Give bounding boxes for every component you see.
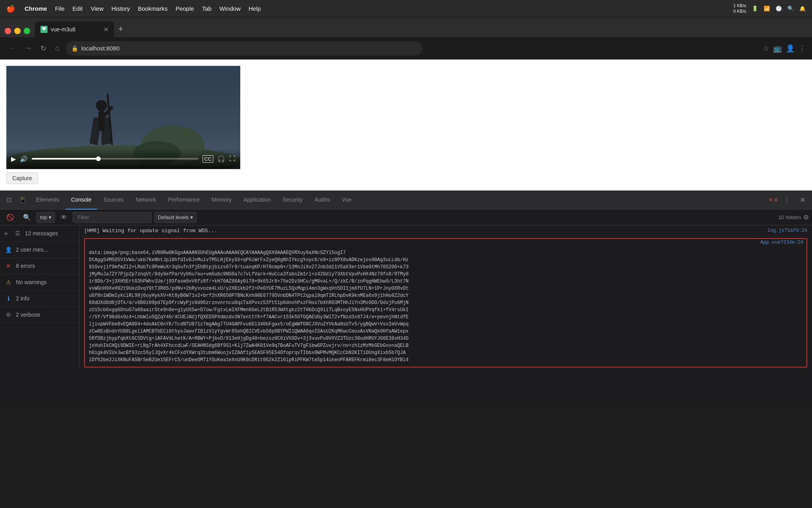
video-section: ▶ 🔊 CC 🎧 ⛶ Capture [0, 60, 812, 190]
data-block-source-line: App.vue?234e:24 [85, 239, 806, 246]
devtools-header: ⊡ 📱 Elements Console Sources Network Per… [0, 190, 812, 210]
edit-menu[interactable]: Edit [73, 5, 83, 12]
tab-elements[interactable]: Elements [31, 190, 65, 210]
tab-sources[interactable]: Sources [98, 190, 129, 210]
tab-performance[interactable]: Performance [162, 190, 205, 210]
capture-button[interactable]: Capture [6, 172, 38, 184]
console-filter-toggle[interactable]: 🔍 [20, 211, 34, 223]
sidebar-item-warnings[interactable]: ⚠ No warnings [0, 274, 79, 291]
console-messages-area[interactable]: [HMR] Waiting for update signal from WDS… [79, 225, 812, 369]
context-value: top [40, 214, 47, 220]
data-source-link[interactable]: App.vue?234e:24 [760, 240, 803, 245]
history-menu[interactable]: History [111, 5, 130, 12]
chrome-menu[interactable]: Chrome [25, 5, 47, 12]
settings-btn[interactable]: ⚙ [803, 214, 809, 221]
clock-icon: 🕐 [776, 6, 782, 12]
security-icon: 🔒 [71, 45, 78, 52]
tab-vue[interactable]: Vue [336, 190, 357, 210]
hmr-message-source[interactable]: log.js?1afd:24 [767, 228, 807, 233]
close-window-btn[interactable] [5, 28, 11, 34]
context-selector[interactable]: top ▾ [36, 212, 55, 223]
bookmarks-menu[interactable]: Bookmarks [138, 5, 168, 12]
levels-dropdown-icon: ▾ [190, 214, 193, 220]
back-btn[interactable]: ← [6, 42, 18, 55]
devtools-more-btn[interactable]: ⋮ [781, 194, 793, 206]
tab-audits[interactable]: Audits [309, 190, 335, 210]
tab-close-btn[interactable]: ✕ [103, 26, 109, 33]
tab-network[interactable]: Network [130, 190, 161, 210]
forward-btn[interactable]: → [22, 42, 34, 55]
home-btn[interactable]: ⌂ [53, 42, 62, 55]
tab-application[interactable]: Application [238, 190, 276, 210]
progress-bar[interactable] [32, 158, 199, 160]
devtools-inspect-btn[interactable]: ⊡ [3, 194, 15, 206]
tab-menu[interactable]: Tab [202, 5, 211, 12]
devtools-right-controls: ✕ 8 ⋮ ✕ [769, 194, 809, 206]
headphones-btn[interactable]: 🎧 [217, 155, 225, 163]
devtools-close-btn[interactable]: ✕ [797, 194, 809, 206]
search-menubar-icon[interactable]: 🔍 [787, 6, 794, 12]
view-menu[interactable]: View [91, 5, 103, 12]
tab-memory[interactable]: Memory [206, 190, 237, 210]
play-btn[interactable]: ▶ [11, 155, 16, 163]
sidebar-item-info[interactable]: ℹ 2 info [0, 291, 79, 307]
video-player[interactable]: ▶ 🔊 CC 🎧 ⛶ [6, 66, 240, 169]
network-speed: 1 KB/s 0 KB/s [733, 3, 746, 13]
eye-btn[interactable]: 👁 [57, 212, 70, 223]
progress-fill [32, 158, 98, 160]
new-tab-btn[interactable]: + [114, 24, 127, 37]
bookmark-btn[interactable]: ☆ [763, 44, 769, 53]
file-menu[interactable]: File [55, 5, 65, 12]
devtools-device-btn[interactable]: 📱 [15, 194, 30, 206]
reload-btn[interactable]: ↻ [38, 42, 49, 55]
warning-icon: ⚠ [5, 279, 12, 285]
sidebar-item-verbose[interactable]: ⚙ 2 verbose [0, 307, 79, 323]
sidebar-item-errors[interactable]: ✕ 8 errors [0, 258, 79, 274]
sidebar-item-user-messages[interactable]: 👤 2 user mes... [0, 242, 79, 258]
more-options-btn[interactable]: ⋮ [799, 44, 806, 53]
user-messages-label: 2 user mes... [16, 246, 48, 253]
cc-btn[interactable]: CC [203, 155, 213, 163]
data-block-container: App.vue?234e:24 data:image/png;base64,iV… [84, 238, 807, 368]
errors-label: 8 errors [16, 263, 35, 269]
tab-bar: vue-m3u8 ✕ + [0, 17, 812, 37]
tab-console[interactable]: Console [65, 190, 97, 210]
error-count: 8 [775, 197, 778, 203]
fullscreen-btn[interactable]: ⛶ [229, 155, 236, 162]
url-bar[interactable]: 🔒 localhost:8080 [66, 41, 423, 56]
hmr-message-text: [HMR] Waiting for update signal from WDS… [84, 228, 764, 234]
expand-icon: ▶ [5, 231, 8, 236]
error-icon: ✕ [769, 197, 773, 203]
main-content: ▶ 🔊 CC 🎧 ⛶ Capture ⊡ 📱 Elements Console … [0, 60, 812, 409]
apple-menu[interactable]: 🍎 [6, 4, 15, 13]
verbose-label: 2 verbose [16, 312, 40, 318]
maximize-window-btn[interactable] [24, 28, 30, 34]
minimize-window-btn[interactable] [14, 28, 21, 34]
people-menu[interactable]: People [176, 5, 194, 12]
address-bar: ← → ↻ ⌂ 🔒 localhost:8080 ☆ 📺 👤 ⋮ [0, 37, 812, 60]
sidebar-item-messages[interactable]: ▶ ☰ 12 messages [0, 225, 79, 242]
notification-icon[interactable]: 🔔 [799, 6, 806, 12]
console-message-hmr: [HMR] Waiting for update signal from WDS… [79, 225, 812, 237]
svg-point-4 [96, 100, 107, 111]
levels-selector[interactable]: Default levels ▾ [154, 212, 197, 223]
clear-console-btn[interactable]: 🚫 [3, 211, 17, 223]
user-icon: 👤 [5, 246, 12, 253]
window-menu[interactable]: Window [220, 5, 241, 12]
avatar-btn[interactable]: 👤 [786, 44, 795, 53]
info-label: 2 info [16, 295, 29, 302]
video-controls: ▶ 🔊 CC 🎧 ⛶ [6, 148, 240, 169]
data-block-content: data:image/png;base64,iVB0Rw0KGgoAAAANSU… [85, 246, 806, 367]
browser-tab-vue-m3u8[interactable]: vue-m3u8 ✕ [35, 21, 114, 37]
devtools-panel: ⊡ 📱 Elements Console Sources Network Per… [0, 190, 812, 409]
error-badge: ✕ 8 [769, 197, 778, 203]
help-menu[interactable]: Help [249, 5, 261, 12]
volume-btn[interactable]: 🔊 [20, 155, 28, 163]
tab-security[interactable]: Security [277, 190, 308, 210]
url-text: localhost:8080 [81, 45, 120, 52]
cast-btn[interactable]: 📺 [773, 44, 782, 53]
tab-favicon [40, 26, 48, 33]
filter-input[interactable] [73, 212, 152, 223]
messages-label: 12 messages [25, 230, 58, 237]
warnings-label: No warnings [16, 279, 47, 285]
